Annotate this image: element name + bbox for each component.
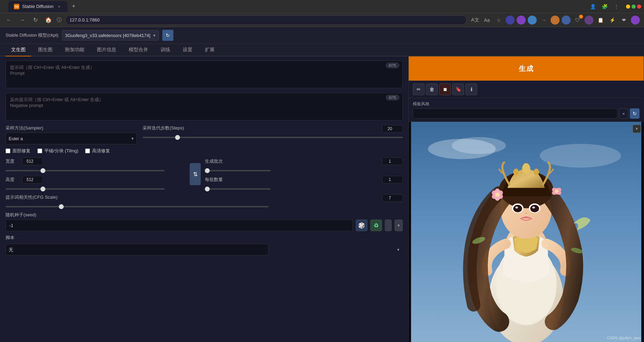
- height-slider[interactable]: [6, 188, 165, 190]
- forward-button[interactable]: →: [17, 15, 27, 25]
- extension6-icon[interactable]: [562, 16, 571, 25]
- batch-count-input[interactable]: [382, 158, 403, 165]
- positive-prompt-counter: 0/75: [386, 63, 399, 68]
- face-restore-input[interactable]: [6, 148, 10, 153]
- seed-dropdown-button[interactable]: ▼: [394, 219, 403, 231]
- hires-fix-label: 高清修复: [92, 148, 110, 154]
- steps-value-input[interactable]: [382, 125, 403, 133]
- image-close-button[interactable]: ×: [633, 125, 641, 133]
- secure-icon: ⓘ: [57, 17, 62, 23]
- extension4-icon[interactable]: →: [539, 15, 548, 25]
- width-slider[interactable]: [6, 170, 165, 171]
- tab-png-info[interactable]: 图片信息: [91, 44, 122, 56]
- height-value-input[interactable]: [22, 176, 43, 183]
- browser-chrome: SD Stable Diffusion × + 👤 🧩 ⋮: [0, 0, 644, 13]
- maximize-button[interactable]: [632, 4, 636, 9]
- minimize-button[interactable]: [626, 4, 630, 9]
- tab-settings[interactable]: 设置: [177, 44, 198, 56]
- tab-title: Stable Diffusion: [22, 4, 54, 9]
- extension9-icon[interactable]: 📋: [596, 15, 605, 25]
- browser-toolbar: 👤 🧩 ⋮: [588, 2, 641, 11]
- svg-point-3: [540, 144, 621, 168]
- batch-count-label: 生成批次: [205, 158, 379, 164]
- svg-point-19: [532, 207, 535, 209]
- tab-extras[interactable]: 附加功能: [60, 44, 90, 56]
- avatar-icon[interactable]: [631, 16, 640, 25]
- browser-actions: A文 Aa ☆ → 🛡1 📋 ⚡ ❤: [470, 15, 640, 25]
- model-select[interactable]: 3Guofeng3_v33.safetensors [4078eb4174]: [62, 30, 159, 40]
- tiling-checkbox[interactable]: 平铺/分块 (Tiling): [37, 148, 78, 154]
- bookmark-icon-button[interactable]: 🔖: [452, 83, 464, 95]
- style-clear-button[interactable]: ×: [619, 108, 628, 119]
- style-apply-button[interactable]: ↻: [630, 108, 640, 119]
- stop-icon-button[interactable]: ⏹: [439, 83, 451, 95]
- positive-prompt-input[interactable]: [6, 61, 403, 88]
- generate-button[interactable]: 生成: [409, 56, 644, 81]
- negative-prompt-input[interactable]: [6, 93, 403, 120]
- svg-point-22: [534, 169, 539, 176]
- script-select[interactable]: 无: [6, 244, 269, 255]
- extension10-icon[interactable]: ⚡: [607, 15, 617, 25]
- batch-size-row: 每批数量: [205, 176, 403, 183]
- swap-dimensions-button[interactable]: ⇅: [190, 163, 201, 185]
- active-tab[interactable]: SD Stable Diffusion ×: [8, 1, 67, 12]
- home-button[interactable]: 🏠: [44, 15, 53, 25]
- pen-icon-button[interactable]: ✏: [413, 83, 425, 95]
- extension3-icon[interactable]: [528, 16, 537, 25]
- style-input-row: × ↻: [413, 108, 640, 119]
- extra-seed-button[interactable]: [385, 219, 392, 231]
- close-button[interactable]: [637, 4, 641, 9]
- hires-fix-checkbox[interactable]: 高清修复: [85, 148, 110, 154]
- bookmark-icon[interactable]: ☆: [494, 15, 504, 25]
- extensions-icon[interactable]: 🧩: [600, 2, 609, 11]
- tiling-input[interactable]: [37, 148, 42, 153]
- svg-point-18: [515, 207, 518, 209]
- tab-img2img[interactable]: 图生图: [33, 44, 58, 56]
- model-refresh-button[interactable]: ↻: [162, 30, 173, 41]
- face-restore-checkbox[interactable]: 面部修复: [6, 148, 30, 154]
- tab-train[interactable]: 训练: [155, 44, 176, 56]
- tab-merge[interactable]: 模型合并: [123, 44, 154, 56]
- dimensions-batch-row: 宽度 高度 ⇅ 生成批次: [6, 158, 403, 191]
- height-row: 高度: [6, 176, 185, 183]
- sampler-select-wrapper: Euler a Euler DPM++ 2M DDIM: [6, 133, 137, 144]
- extension1-icon[interactable]: [506, 16, 515, 25]
- extension7-icon[interactable]: 🛡1: [573, 15, 582, 25]
- seed-input[interactable]: [6, 219, 353, 231]
- info-icon-button[interactable]: ℹ: [465, 83, 477, 95]
- tab-extensions[interactable]: 扩展: [199, 44, 220, 56]
- width-value-input[interactable]: [22, 158, 43, 165]
- batch-size-slider[interactable]: [205, 188, 271, 190]
- seed-row: 🎲 ♻ ▼: [6, 219, 403, 231]
- batch-count-slider[interactable]: [205, 170, 271, 171]
- trash-icon-button[interactable]: 🗑: [426, 83, 438, 95]
- face-restore-label: 面部修复: [12, 148, 30, 154]
- profile-icon[interactable]: 👤: [588, 2, 598, 11]
- translate-icon[interactable]: A文: [470, 15, 480, 25]
- reuse-seed-button[interactable]: ♻: [370, 219, 382, 231]
- cfg-slider[interactable]: [6, 206, 269, 207]
- back-button[interactable]: ←: [4, 15, 14, 25]
- cfg-section: 提示词相关性(CFG Scale): [6, 194, 403, 208]
- cfg-value-input[interactable]: [382, 194, 403, 202]
- sampler-select[interactable]: Euler a Euler DPM++ 2M DDIM: [6, 133, 137, 144]
- extension2-icon[interactable]: [517, 16, 526, 25]
- settings-icon[interactable]: ⋮: [611, 2, 621, 11]
- tab-txt2img[interactable]: 文生图: [6, 44, 31, 56]
- reader-icon[interactable]: Aa: [482, 15, 492, 25]
- extension5-icon[interactable]: [551, 16, 560, 25]
- hires-fix-input[interactable]: [85, 148, 90, 153]
- random-seed-button[interactable]: 🎲: [356, 219, 368, 231]
- tab-close-button[interactable]: ×: [56, 4, 62, 9]
- refresh-button[interactable]: ↻: [30, 15, 40, 25]
- batch-size-input[interactable]: [382, 176, 403, 183]
- generated-image: [409, 122, 644, 342]
- image-watermark: CSDN @julien_qiao: [607, 336, 641, 340]
- extension11-icon[interactable]: ❤: [619, 15, 629, 25]
- steps-slider[interactable]: [143, 137, 403, 138]
- style-input[interactable]: [413, 108, 617, 119]
- height-label: 高度: [6, 177, 19, 183]
- extension8-icon[interactable]: [584, 16, 593, 25]
- url-input[interactable]: [65, 15, 467, 25]
- new-tab-button[interactable]: +: [69, 2, 79, 11]
